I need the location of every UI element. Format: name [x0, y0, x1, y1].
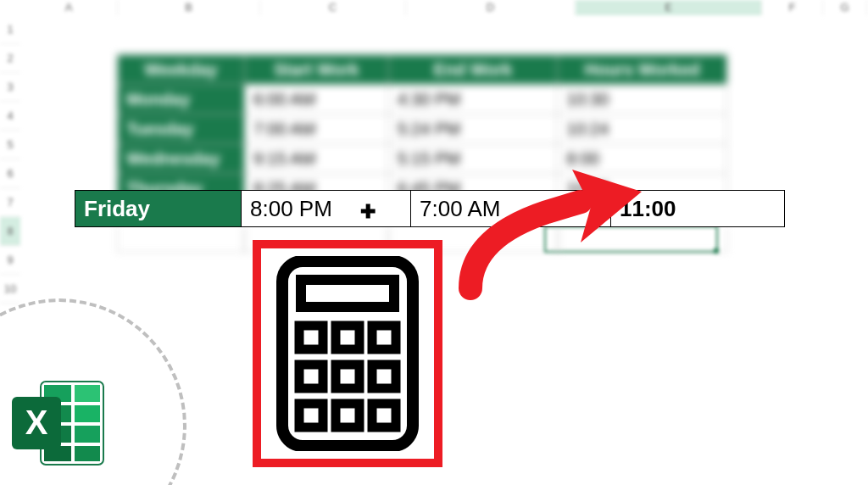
- svg-rect-9: [299, 404, 323, 427]
- svg-rect-10: [336, 404, 359, 427]
- svg-rect-3: [299, 326, 323, 349]
- table-row[interactable]: Monday 6:00 AM 4:30 PM 10:30: [118, 85, 727, 114]
- svg-rect-6: [299, 365, 323, 388]
- table-row[interactable]: Tuesday 7:00 AM 5:24 PM 10:24: [118, 114, 727, 144]
- row-header-3[interactable]: 3: [0, 73, 20, 102]
- svg-rect-5: [372, 326, 396, 349]
- cell-weekday-friday[interactable]: Friday: [75, 191, 242, 226]
- svg-rect-20: [75, 446, 100, 461]
- svg-rect-7: [336, 365, 359, 388]
- cell-start[interactable]: 9:15 AM: [244, 144, 388, 174]
- excel-plus-cursor-icon: [360, 203, 376, 221]
- svg-rect-18: [75, 426, 100, 443]
- svg-rect-2: [301, 280, 394, 307]
- row-header-6[interactable]: 6: [0, 159, 20, 188]
- cell-start[interactable]: 6:00 AM: [244, 85, 388, 114]
- col-header-g[interactable]: G: [823, 0, 867, 15]
- cell-weekday[interactable]: Tuesday: [118, 114, 245, 144]
- cell-weekday[interactable]: Wednesday: [118, 144, 245, 174]
- row-header-1[interactable]: 1: [0, 15, 20, 44]
- row-header-7[interactable]: 7: [0, 188, 20, 217]
- calculator-callout: [253, 240, 442, 467]
- col-header-a[interactable]: A: [20, 0, 118, 15]
- svg-text:X: X: [25, 404, 48, 441]
- svg-rect-11: [372, 404, 396, 427]
- header-end: End Work: [388, 55, 558, 85]
- column-header-row: A B C D E F G: [20, 0, 867, 15]
- col-header-e[interactable]: E: [576, 0, 762, 15]
- row-header-column: 1 2 3 4 5 6 7 8 9 10: [0, 15, 20, 304]
- cell-start[interactable]: 7:00 AM: [244, 114, 388, 144]
- cell-end[interactable]: 5:24 PM: [388, 114, 558, 144]
- row-header-2[interactable]: 2: [0, 44, 20, 73]
- svg-rect-8: [372, 365, 396, 388]
- svg-rect-16: [75, 405, 100, 422]
- col-header-b[interactable]: B: [118, 0, 260, 15]
- cell-weekday[interactable]: Monday: [118, 85, 245, 114]
- row-header-10[interactable]: 10: [0, 275, 20, 304]
- header-start: Start Work: [244, 55, 388, 85]
- header-weekday: Weekday: [118, 55, 245, 85]
- row-header-5[interactable]: 5: [0, 131, 20, 159]
- friday-row-focus: Friday 8:00 PM 7:00 AM 11:00: [75, 190, 785, 227]
- cell-start-friday[interactable]: 8:00 PM: [242, 191, 411, 226]
- header-hours: Hours Worked: [558, 55, 727, 85]
- svg-rect-14: [75, 385, 100, 402]
- arrow-icon: [445, 161, 665, 314]
- calculator-icon: [275, 256, 420, 451]
- excel-logo-icon: X: [8, 376, 110, 470]
- cell-end[interactable]: 4:30 PM: [388, 85, 558, 114]
- row-header-8[interactable]: 8: [0, 217, 20, 246]
- cell-hours[interactable]: 10:24: [558, 114, 727, 144]
- row-header-9[interactable]: 9: [0, 246, 20, 275]
- col-header-c[interactable]: C: [260, 0, 406, 15]
- col-header-f[interactable]: F: [762, 0, 823, 15]
- row-header-4[interactable]: 4: [0, 102, 20, 131]
- cell-start-friday-text: 8:00 PM: [250, 196, 332, 221]
- col-header-d[interactable]: D: [406, 0, 576, 15]
- svg-rect-4: [336, 326, 359, 349]
- cell-hours[interactable]: 10:30: [558, 85, 727, 114]
